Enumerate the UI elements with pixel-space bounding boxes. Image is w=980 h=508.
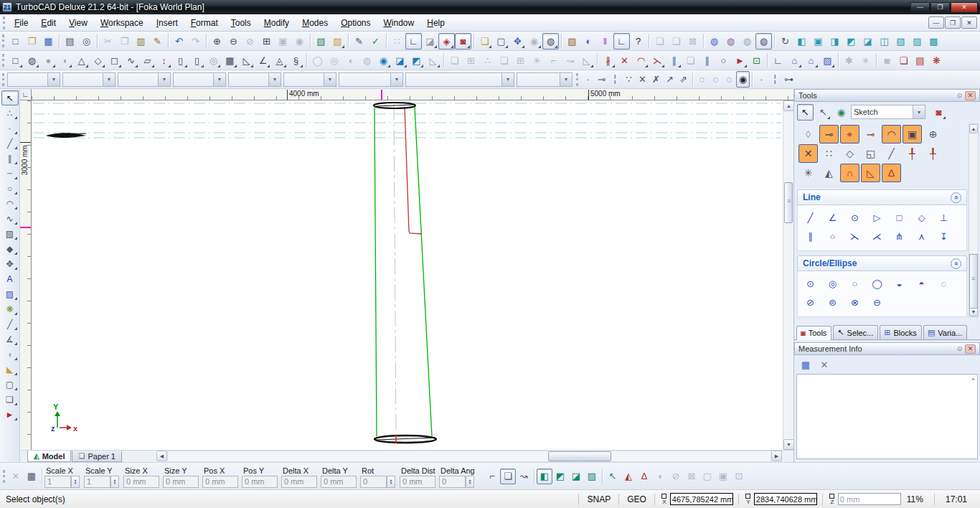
- box-a-button[interactable]: ▢: [699, 469, 715, 484]
- cylinder-slice-tool[interactable]: ◻: [106, 52, 123, 69]
- palette-select-tool[interactable]: ↖: [797, 104, 814, 121]
- circle-tangent-3-tool[interactable]: ◓: [912, 275, 931, 293]
- box-b-button[interactable]: ▣: [715, 469, 731, 484]
- open-button[interactable]: ❐: [24, 33, 40, 50]
- snap-magnetic-point[interactable]: ∩: [840, 164, 859, 182]
- box-3d-tool[interactable]: ▧: [1, 226, 19, 241]
- copy-tool[interactable]: ❏: [1, 392, 19, 407]
- menu-edit[interactable]: Edit: [34, 15, 62, 31]
- inspector-close-button[interactable]: ✕: [8, 469, 24, 484]
- horizontal-ruler[interactable]: 4000 mm 5000 mm: [32, 89, 793, 100]
- field-input[interactable]: 1 ▲▼: [84, 476, 110, 488]
- paint-3d-toggle[interactable]: ◙: [455, 33, 471, 50]
- view-left-button[interactable]: ◨: [826, 33, 843, 50]
- solid-3d-tool[interactable]: ◆: [1, 241, 19, 256]
- dropdown-arrow-icon[interactable]: ▼: [390, 73, 402, 86]
- copy-fit-tool[interactable]: ⊞: [512, 52, 529, 69]
- snap-mode-node[interactable]: ∙: [755, 71, 768, 88]
- node-edit-2-tool[interactable]: ⌂: [803, 52, 819, 69]
- line-tool[interactable]: ╱: [1, 136, 19, 151]
- snap-mode-cross[interactable]: ✕: [636, 71, 649, 88]
- snap-perpendicular[interactable]: ╀: [903, 144, 922, 163]
- minimize-button[interactable]: —: [910, 2, 930, 13]
- line-tangent-point-tool[interactable]: ⋋: [845, 227, 864, 245]
- overlap-order-tool[interactable]: ❏: [895, 52, 912, 69]
- color-channels-button[interactable]: ‖: [597, 33, 613, 50]
- double-line-tool[interactable]: ∥: [1, 151, 19, 166]
- ucs-toggle[interactable]: ∟: [613, 33, 630, 50]
- property-combo-5[interactable]: ▼: [228, 72, 281, 87]
- scroll-left-icon[interactable]: ◀: [156, 451, 167, 461]
- menu-view[interactable]: View: [62, 15, 94, 31]
- circle-concentric-tool[interactable]: ◎: [823, 275, 842, 293]
- snap-face[interactable]: ◱: [861, 144, 880, 163]
- pick-cursor-button[interactable]: ↖: [605, 469, 621, 484]
- snap-intersection[interactable]: ✕: [798, 144, 818, 163]
- snap-vertex[interactable]: ⌖: [840, 125, 859, 144]
- menu-file[interactable]: File: [8, 15, 34, 31]
- snap-arc-center[interactable]: ◠: [882, 125, 901, 144]
- shell-tool[interactable]: ◖: [1, 347, 19, 362]
- selector-2d-button[interactable]: ⌐: [484, 469, 500, 484]
- shred-tool[interactable]: ✱: [841, 52, 857, 69]
- copy-scatter-tool[interactable]: ∴: [479, 52, 496, 69]
- trim-tool[interactable]: ∦: [600, 52, 616, 69]
- x-coordinate-field[interactable]: 4675,785242 mm: [670, 493, 733, 505]
- slice-tool[interactable]: ◣: [1, 362, 19, 377]
- dropdown-arrow-icon[interactable]: ▼: [268, 73, 281, 86]
- construction-line-tool[interactable]: ┄: [1, 166, 19, 181]
- line-vertical-tool[interactable]: ↧: [934, 227, 953, 245]
- wedge-2-tool[interactable]: ◺: [578, 52, 595, 69]
- z-coordinate-field[interactable]: 0 mm: [838, 493, 901, 505]
- property-combo-9[interactable]: ▼: [517, 72, 573, 87]
- snap-nearest[interactable]: ⊸: [819, 125, 839, 144]
- walk-through-button[interactable]: ◉: [526, 33, 542, 50]
- snap-tangent[interactable]: ╱: [882, 144, 901, 163]
- undo-button[interactable]: ↶: [171, 33, 187, 50]
- view-right-button[interactable]: ◩: [843, 33, 859, 50]
- dropdown-arrow-icon[interactable]: ▼: [913, 105, 925, 118]
- snap-center[interactable]: ⊕: [923, 125, 943, 144]
- text-tool[interactable]: A: [1, 271, 19, 286]
- dropdown-arrow-icon[interactable]: ▼: [213, 73, 225, 86]
- sphere-box-tool[interactable]: ◍: [24, 52, 40, 69]
- bucket-fill-tool[interactable]: ◙: [879, 52, 895, 69]
- luminance-button[interactable]: ◐: [580, 33, 597, 50]
- field-input[interactable]: 0 mm ▲▼: [202, 476, 238, 488]
- disc-tool[interactable]: ◎: [205, 52, 222, 69]
- palette-close-icon[interactable]: ✕: [965, 344, 976, 354]
- boolean-add-tool[interactable]: ◯: [309, 52, 326, 69]
- view-iso-sw-button[interactable]: ▩: [925, 33, 942, 50]
- circle-edit-tool[interactable]: ○: [715, 52, 732, 69]
- cylinder-tool[interactable]: ▯: [172, 52, 189, 69]
- palette-close-icon[interactable]: ✕: [965, 91, 976, 100]
- assemble-tool[interactable]: ✥: [1, 256, 19, 271]
- render-quality-button[interactable]: ◍: [755, 33, 772, 50]
- redline-tool[interactable]: ►: [1, 407, 19, 422]
- coordinate-system-toggle[interactable]: ∟: [405, 33, 422, 50]
- property-combo-2[interactable]: ▼: [62, 72, 116, 87]
- format-page-tool[interactable]: ▤: [912, 52, 928, 69]
- spinner-icon[interactable]: ▲▼: [387, 476, 395, 488]
- transform-3d-button[interactable]: ▢: [493, 33, 509, 50]
- dropdown-arrow-icon[interactable]: ▼: [103, 73, 115, 86]
- spinner-icon[interactable]: ▲▼: [71, 476, 80, 488]
- context-help-button[interactable]: ?: [630, 33, 646, 50]
- scroll-down-icon[interactable]: ▼: [783, 439, 794, 450]
- angle-dimension-tool[interactable]: ∡: [1, 331, 19, 347]
- eraser-toggle[interactable]: ◪: [422, 33, 438, 50]
- line-rectangle-tool[interactable]: □: [890, 209, 909, 227]
- field-input[interactable]: 0 ▲▼: [439, 476, 466, 488]
- line-perp-to-line-tool[interactable]: ⋔: [890, 227, 909, 245]
- line-polyline-tool[interactable]: ∠: [823, 209, 842, 227]
- chamfer-tool[interactable]: ⋋: [649, 52, 666, 69]
- transform-select-tool[interactable]: ▢: [1, 377, 19, 392]
- snap-mode-circle-2[interactable]: ◌: [709, 71, 722, 88]
- corner-trim-tool[interactable]: ∟: [770, 52, 786, 69]
- pin-icon[interactable]: ⊙: [954, 344, 965, 354]
- move-3d-button[interactable]: ✥: [509, 33, 526, 50]
- stretch-tool[interactable]: ❏: [682, 52, 699, 69]
- arc-tool[interactable]: ◠: [1, 196, 19, 211]
- material-button[interactable]: ▨: [564, 33, 580, 50]
- tab-tools[interactable]: ◙Tools: [796, 326, 831, 340]
